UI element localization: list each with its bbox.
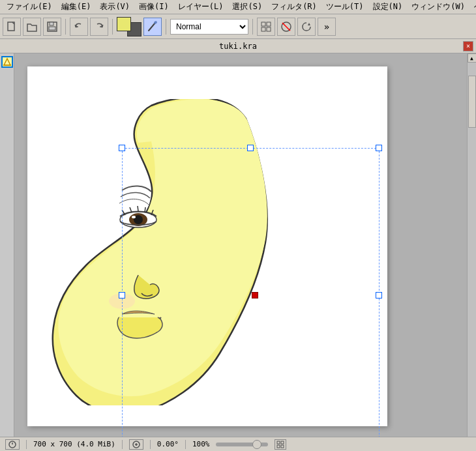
handle-middle-right[interactable] [376, 292, 382, 298]
svg-line-20 [145, 207, 145, 212]
status-icon[interactable] [5, 439, 20, 450]
menu-edit[interactable]: 編集(E) [57, 0, 95, 14]
svg-rect-30 [277, 445, 280, 448]
rotation-value: 0.00° [157, 440, 179, 448]
status-sep-2 [122, 440, 123, 449]
svg-line-11 [282, 23, 290, 31]
svg-rect-9 [267, 27, 271, 31]
mask-button[interactable] [277, 18, 295, 36]
menu-layer[interactable]: レイヤー(L) [174, 0, 228, 14]
image-dimensions: 700 x 700 (4.0 MiB) [33, 440, 115, 448]
save-button[interactable] [43, 18, 61, 36]
left-tool-panel [0, 53, 14, 451]
open-button[interactable] [23, 18, 41, 36]
refresh-button[interactable] [297, 18, 316, 36]
status-sep-1 [26, 440, 27, 449]
document-close-button[interactable]: × [463, 41, 473, 51]
canvas-area[interactable] [14, 53, 467, 451]
menu-file[interactable]: ファイル(E) [3, 0, 56, 14]
menu-select[interactable]: 選択(S) [228, 0, 266, 14]
zoom-fit-button[interactable] [129, 439, 143, 450]
scroll-up-button[interactable]: ▲ [468, 53, 477, 63]
svg-point-16 [132, 216, 136, 218]
main-area: ▲ ▼ [0, 53, 476, 451]
color-swatch[interactable] [117, 17, 141, 36]
view-grid-button[interactable] [275, 439, 286, 450]
svg-rect-7 [267, 22, 271, 26]
svg-rect-31 [281, 445, 284, 448]
redo-button[interactable] [90, 18, 108, 36]
scroll-track-right[interactable] [468, 63, 477, 442]
scroll-thumb-right[interactable] [468, 76, 476, 128]
separator-1 [65, 19, 66, 35]
svg-rect-2 [50, 22, 53, 25]
document-canvas [27, 66, 387, 426]
svg-rect-8 [261, 27, 265, 31]
svg-rect-28 [277, 441, 280, 444]
svg-rect-6 [261, 22, 265, 26]
handle-middle-left[interactable] [119, 292, 125, 298]
menu-filter[interactable]: フィルタ(R) [267, 0, 321, 14]
document-titlebar: tuki.kra × [0, 39, 476, 53]
scrollbar-right: ▲ ▼ [467, 53, 476, 451]
svg-line-4 [149, 23, 155, 31]
svg-line-19 [138, 206, 138, 211]
menu-window[interactable]: ウィンドウ(W) [408, 0, 469, 14]
svg-rect-3 [49, 27, 55, 30]
handle-top-right[interactable] [376, 145, 382, 151]
foreground-color[interactable] [117, 17, 131, 31]
status-bar: 700 x 700 (4.0 MiB) 0.00° 100% [0, 437, 476, 451]
menu-image[interactable]: 画像(I) [135, 0, 173, 14]
menu-tools[interactable]: ツール(T) [322, 0, 368, 14]
separator-3 [166, 19, 166, 35]
document-title: tuki.kra [219, 42, 257, 51]
pattern-button[interactable] [257, 18, 275, 36]
svg-rect-29 [281, 441, 284, 444]
undo-button[interactable] [70, 18, 88, 36]
status-sep-4 [185, 440, 186, 449]
zoom-value: 100% [192, 440, 210, 448]
separator-4 [252, 19, 253, 35]
handle-top-center[interactable] [247, 145, 254, 151]
menu-view[interactable]: 表示(V) [96, 0, 134, 14]
status-sep-3 [150, 440, 151, 449]
menu-settings[interactable]: 設定(N) [369, 0, 407, 14]
blend-mode-select[interactable]: Normal Multiply Screen Overlay Darken Li… [170, 19, 248, 35]
zoom-slider-thumb[interactable] [252, 440, 261, 449]
transform-origin[interactable] [252, 292, 258, 298]
handle-top-left[interactable] [119, 145, 125, 151]
transform-tool[interactable] [1, 56, 13, 68]
toolbar: Normal Multiply Screen Overlay Darken Li… [0, 14, 476, 39]
menu-help[interactable]: ヘルプ(H) [470, 0, 476, 14]
zoom-slider[interactable] [216, 443, 268, 446]
menu-bar: ファイル(E) 編集(E) 表示(V) 画像(I) レイヤー(L) 選択(S) … [0, 0, 476, 14]
more-button[interactable]: » [318, 18, 336, 36]
brush-button[interactable] [143, 18, 162, 36]
new-button[interactable] [3, 18, 21, 36]
separator-2 [112, 19, 113, 35]
